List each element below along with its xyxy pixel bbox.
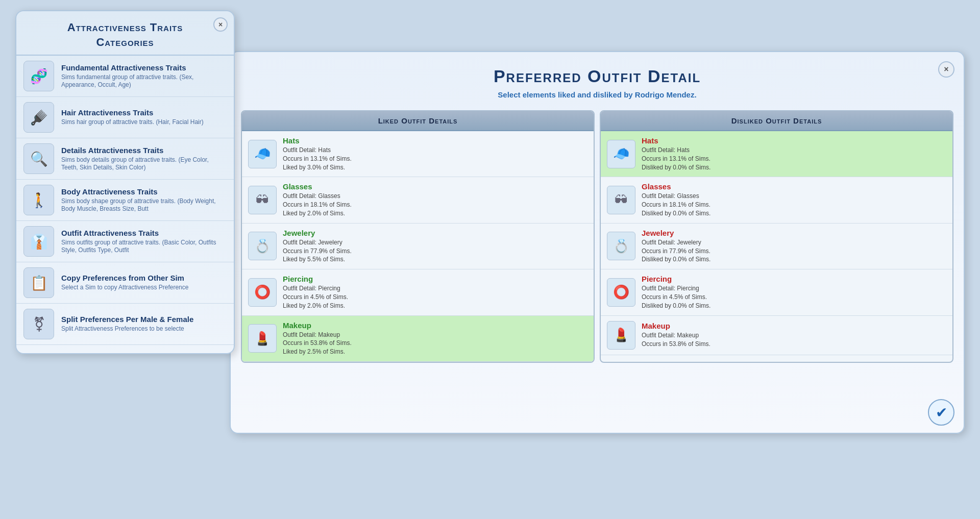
right-panel-close-button[interactable]: × [938,61,954,78]
category-name-outfit: Outfit Attractiveness Traits [61,229,227,237]
category-desc-details: Sims body details group of attractive tr… [61,156,227,172]
disliked-item-detail-3: Outfit Detail: PiercingOccurs in 4.5% of… [642,284,710,310]
liked-item-name-2: Jewelery [283,229,352,237]
liked-item-detail-1: Outfit Detail: GlassesOccurs in 18.1% of… [283,192,352,217]
columns-wrapper: Liked Outfit Details 🧢 Hats Outfit Detai… [231,110,964,363]
left-panel-header: Attractiveness Traits Categories × [16,11,234,55]
liked-column-scroll[interactable]: 🧢 Hats Outfit Detail: HatsOccurs in 13.1… [242,131,594,362]
left-panel: Attractiveness Traits Categories × 🧬 Fun… [15,10,235,354]
liked-item-icon-0: 🧢 [248,140,277,168]
disliked-item-1[interactable]: 🕶 Glasses Outfit Detail: GlassesOccurs i… [601,177,952,223]
disliked-item-detail-4: Outfit Detail: MakeupOccurs in 53.8% of … [642,331,710,349]
liked-item-4[interactable]: 💄 Makeup Outfit Detail: MakeupOccurs in … [242,316,594,362]
liked-item-name-4: Makeup [283,321,352,330]
liked-item-1[interactable]: 🕶 Glasses Outfit Detail: GlassesOccurs i… [242,177,594,223]
liked-item-detail-3: Outfit Detail: PiercingOccurs in 4.5% of… [283,284,348,310]
liked-item-3[interactable]: ⭕ Piercing Outfit Detail: PiercingOccurs… [242,269,594,315]
liked-item-name-3: Piercing [283,275,348,283]
liked-item-detail-4: Outfit Detail: MakeupOccurs in 53.8% of … [283,331,352,356]
disliked-item-3[interactable]: ⭕ Piercing Outfit Detail: PiercingOccurs… [601,269,952,315]
category-item-fundamental[interactable]: 🧬 Fundamental Attractiveness Traits Sims… [16,55,234,97]
disliked-item-name-1: Glasses [642,182,710,191]
liked-column-header: Liked Outfit Details [242,111,594,131]
category-text-fundamental: Fundamental Attractiveness Traits Sims f… [61,63,227,89]
disliked-item-0[interactable]: 🧢 Hats Outfit Detail: HatsOccurs in 13.1… [601,131,952,177]
disliked-column-scroll[interactable]: 🧢 Hats Outfit Detail: HatsOccurs in 13.1… [601,131,952,355]
category-desc-fundamental: Sims fundamental group of attractive tra… [61,73,227,89]
disliked-item-icon-2: 💍 [607,232,635,260]
category-icon-copy: 📋 [23,267,54,298]
category-name-body: Body Attractiveness Traits [61,187,227,196]
liked-item-text-0: Hats Outfit Detail: HatsOccurs in 13.1% … [283,136,352,171]
liked-item-icon-3: ⭕ [248,278,277,307]
right-panel-header: Preferred Outfit Detail Select elements … [231,52,964,108]
category-item-split[interactable]: ⚧ Split Preferences Per Male & Female Sp… [16,304,234,345]
category-desc-outfit: Sims outfits group of attractive traits.… [61,239,227,255]
disliked-item-text-4: Makeup Outfit Detail: MakeupOccurs in 53… [642,322,710,349]
category-item-body[interactable]: 🚶 Body Attractiveness Traits Sims body s… [16,180,234,221]
disliked-item-4[interactable]: 💄 Makeup Outfit Detail: MakeupOccurs in … [601,316,952,355]
category-text-details: Details Attractiveness Traits Sims body … [61,146,227,172]
disliked-item-detail-0: Outfit Detail: HatsOccurs in 13.1% of Si… [642,146,710,171]
category-icon-body: 🚶 [23,185,54,215]
category-name-hair: Hair Attractiveness Traits [61,108,204,117]
disliked-item-icon-3: ⭕ [607,278,635,307]
right-panel-subtitle: Select elements liked and disliked by Ro… [241,90,953,99]
category-desc-hair: Sims hair group of attractive traits. (H… [61,118,204,127]
category-name-copy: Copy Preferences from Other Sim [61,274,188,282]
category-name-split: Split Preferences Per Male & Female [61,315,193,324]
disliked-item-text-3: Piercing Outfit Detail: PiercingOccurs i… [642,275,710,310]
disliked-item-icon-4: 💄 [607,321,635,350]
liked-item-detail-2: Outfit Detail: JeweleryOccurs in 77.9% o… [283,238,352,264]
liked-item-icon-2: 💍 [248,232,277,260]
category-list: 🧬 Fundamental Attractiveness Traits Sims… [16,55,234,345]
liked-item-name-1: Glasses [283,182,352,191]
disliked-item-icon-1: 🕶 [607,186,635,214]
left-panel-close-button[interactable]: × [213,17,228,32]
category-item-details[interactable]: 🔍 Details Attractiveness Traits Sims bod… [16,138,234,180]
left-panel-title: Attractiveness Traits Categories [27,20,224,50]
disliked-item-2[interactable]: 💍 Jewelery Outfit Detail: JeweleryOccurs… [601,224,952,269]
disliked-item-detail-1: Outfit Detail: GlassesOccurs in 18.1% of… [642,192,710,217]
category-icon-split: ⚧ [23,309,54,339]
liked-item-text-1: Glasses Outfit Detail: GlassesOccurs in … [283,182,352,217]
disliked-column: Disliked Outfit Details 🧢 Hats Outfit De… [600,110,953,363]
liked-item-detail-0: Outfit Detail: HatsOccurs in 13.1% of Si… [283,146,352,171]
liked-item-icon-1: 🕶 [248,186,277,214]
category-name-details: Details Attractiveness Traits [61,146,227,155]
category-item-copy[interactable]: 📋 Copy Preferences from Other Sim Select… [16,262,234,304]
disliked-item-detail-2: Outfit Detail: JeweleryOccurs in 77.9% o… [642,238,710,264]
category-desc-body: Sims body shape group of attractive trai… [61,197,227,213]
liked-item-0[interactable]: 🧢 Hats Outfit Detail: HatsOccurs in 13.1… [242,131,594,177]
liked-item-text-4: Makeup Outfit Detail: MakeupOccurs in 53… [283,321,352,356]
disliked-item-text-0: Hats Outfit Detail: HatsOccurs in 13.1% … [642,136,710,171]
category-item-hair[interactable]: 🪮 Hair Attractiveness Traits Sims hair g… [16,97,234,138]
category-icon-details: 🔍 [23,143,54,174]
disliked-item-name-4: Makeup [642,322,710,330]
category-desc-copy: Select a Sim to copy Attractiveness Pref… [61,284,188,292]
category-icon-hair: 🪮 [23,102,54,133]
liked-item-name-0: Hats [283,136,352,145]
disliked-item-icon-0: 🧢 [607,140,635,168]
category-text-split: Split Preferences Per Male & Female Spli… [61,315,193,333]
disliked-item-name-0: Hats [642,136,710,145]
liked-item-icon-4: 💄 [248,324,277,353]
disliked-item-name-2: Jewelery [642,229,710,237]
liked-column: Liked Outfit Details 🧢 Hats Outfit Detai… [241,110,595,363]
liked-item-text-3: Piercing Outfit Detail: PiercingOccurs i… [283,275,348,310]
liked-item-2[interactable]: 💍 Jewelery Outfit Detail: JeweleryOccurs… [242,224,594,269]
category-text-copy: Copy Preferences from Other Sim Select a… [61,274,188,292]
category-text-outfit: Outfit Attractiveness Traits Sims outfit… [61,229,227,255]
disliked-column-header: Disliked Outfit Details [601,111,952,131]
category-item-outfit[interactable]: 👔 Outfit Attractiveness Traits Sims outf… [16,221,234,262]
category-icon-outfit: 👔 [23,226,54,257]
category-desc-split: Split Attractiveness Preferences to be s… [61,325,193,333]
disliked-item-name-3: Piercing [642,275,710,283]
category-text-hair: Hair Attractiveness Traits Sims hair gro… [61,108,204,127]
right-panel: Preferred Outfit Detail Select elements … [230,51,965,434]
right-panel-title: Preferred Outfit Detail [241,66,953,86]
disliked-item-text-1: Glasses Outfit Detail: GlassesOccurs in … [642,182,710,217]
liked-item-text-2: Jewelery Outfit Detail: JeweleryOccurs i… [283,229,352,264]
confirm-button[interactable]: ✔ [928,399,954,426]
disliked-item-text-2: Jewelery Outfit Detail: JeweleryOccurs i… [642,229,710,264]
